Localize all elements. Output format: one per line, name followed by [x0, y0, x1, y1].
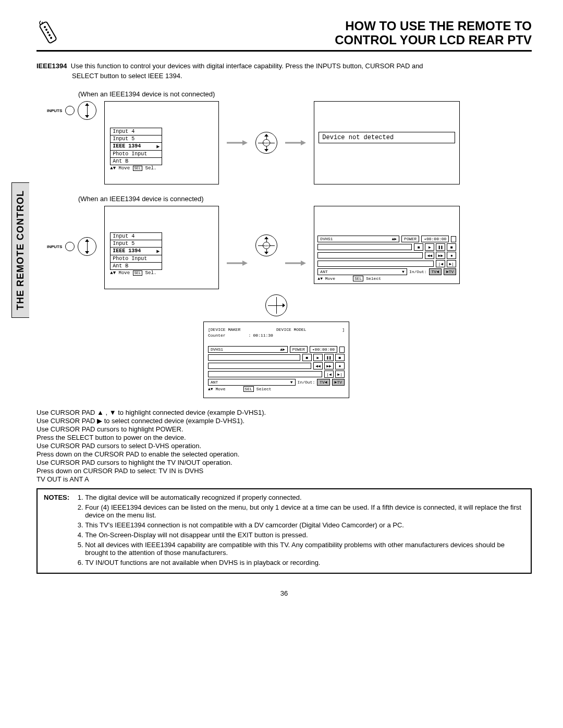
instruction-line: Press the SELECT button to power on the …	[36, 434, 532, 441]
caption-not-connected: (When an IEEE1394 device is not connecte…	[78, 90, 532, 98]
tv-in-icon: TV◄	[317, 379, 329, 386]
osd-item: Input 5	[110, 240, 162, 248]
power-field: POWER	[290, 346, 308, 353]
transport-icons: ◀◀▶▶●	[313, 362, 345, 369]
intro-text: IEEE1394 Use this function to control yo…	[36, 62, 532, 80]
note-item: TV IN/OUT functions are not available wh…	[85, 559, 524, 566]
not-detected-msg: Device not detected	[319, 132, 455, 143]
osd-item: Photo Input	[110, 255, 162, 263]
power-field: POWER	[401, 236, 419, 242]
flow-arrow-icon	[285, 260, 306, 267]
diagram-not-connected: INPUTS Input 4 Input 5 IEEE 1394▶ Photo …	[47, 101, 532, 184]
ant-field: ANT▼	[317, 268, 407, 275]
instructions: Use CURSOR PAD ▲ , ▼ to highlight connec…	[36, 409, 532, 483]
note-item: Four (4) IEEE1394 devices can be listed …	[85, 503, 524, 519]
osd-item: Input 4	[110, 232, 162, 240]
inputs-button-icon	[65, 242, 75, 251]
flow-arrow-icon	[227, 139, 248, 146]
osd-menu: Input 4 Input 5 IEEE 1394▶ Photo Input A…	[104, 206, 219, 289]
transport-icons: ◀◀▶▶●	[425, 252, 456, 259]
instruction-line: Use CURSOR PAD cursors to highlight POWE…	[36, 425, 532, 433]
page-header: HOW TO USE THE REMOTE TO CONTROL YOUR LC…	[36, 16, 532, 47]
blank-field	[339, 347, 345, 353]
page-title: HOW TO USE THE REMOTE TO CONTROL YOUR LC…	[335, 19, 532, 47]
cursor-pad-right-icon	[265, 294, 287, 316]
osd-footer: ▲▼ Move SEL Sel.	[110, 166, 213, 171]
diagram-connected: INPUTS Input 4 Input 5 IEEE 1394▶ Photo …	[47, 206, 532, 289]
instruction-line: Press down on the CURSOR PAD to enable t…	[36, 450, 532, 458]
blank-field	[451, 236, 456, 242]
cursor-pad-icon	[78, 101, 96, 120]
select-pad-icon: SELECT	[255, 132, 277, 154]
tv-out-icon: ►TV	[332, 379, 345, 386]
notes-label: NOTES:	[44, 493, 69, 569]
inputs-label: INPUTS	[47, 244, 62, 249]
osd-result: Device not detected	[314, 101, 460, 184]
select-pad-icon: SELECT	[255, 235, 277, 256]
osd-item: Ant B	[110, 262, 162, 270]
control-panel-osd: DVHS1▲▶ POWER •00:00:00 ■▶❚❚■ ◀◀▶▶● |◀▶|	[314, 206, 460, 284]
transport-icons: |◀▶|	[436, 260, 456, 267]
ant-field: ANT▼	[208, 379, 296, 386]
osd-item: Input 4	[110, 128, 162, 135]
counter-field: •00:00:00	[421, 236, 449, 242]
inputs-button-icon	[65, 106, 75, 115]
notes-list: The digital device will be automatically…	[77, 493, 524, 569]
flow-arrow-icon	[285, 139, 306, 146]
osd-item: Input 5	[110, 135, 162, 143]
device-detail-osd: [DEVICE MAKER DEVICE MODEL ] Counter : 0…	[203, 322, 349, 398]
note-item: This TV's IEEE1394 connection is not com…	[85, 521, 524, 529]
cursor-pad-icon	[78, 237, 96, 256]
inputs-label: INPUTS	[47, 108, 62, 113]
tv-out-icon: ►TV	[444, 268, 456, 275]
osd-footer: ▲▼ Move SEL Sel.	[110, 270, 213, 276]
caption-connected: (When an IEEE1394 device is connected)	[78, 195, 532, 203]
osd-item: Ant B	[110, 157, 162, 165]
page-number: 36	[36, 589, 532, 597]
note-item: The On-Screen-Display will not disappear…	[85, 531, 524, 539]
osd-item: Photo Input	[110, 150, 162, 158]
device-field: DVHS1▲▶	[317, 236, 399, 242]
notes-box: NOTES: The digital device will be automa…	[36, 488, 532, 574]
osd-item-selected: IEEE 1394▶	[110, 142, 162, 151]
svg-marker-9	[301, 140, 306, 145]
note-item: Not all devices with IEEE1394 capability…	[85, 541, 524, 557]
tv-in-icon: TV◄	[429, 268, 442, 275]
remote-icon	[36, 16, 68, 47]
instruction-line: Use CURSOR PAD cursors to highlight the …	[36, 459, 532, 466]
sidebar-tab: THE REMOTE CONTROL	[11, 182, 29, 318]
transport-icons: ■▶❚❚■	[302, 354, 345, 361]
instruction-line: Press down on CURSOR PAD to select: TV I…	[36, 467, 532, 475]
device-field: DVHS1▲▶	[208, 346, 288, 353]
counter-field: •00:00:00	[310, 346, 337, 353]
transport-icons: |◀▶|	[324, 371, 345, 378]
svg-marker-13	[301, 261, 306, 266]
note-item: The digital device will be automatically…	[85, 493, 524, 501]
osd-item-selected: IEEE 1394▶	[110, 247, 162, 255]
flow-arrow-icon	[227, 260, 248, 267]
instruction-line: Use CURSOR PAD ▶ to select connected dev…	[36, 417, 532, 425]
osd-menu: Input 4 Input 5 IEEE 1394▶ Photo Input A…	[104, 101, 219, 184]
svg-marker-11	[242, 261, 248, 266]
title-rule	[36, 50, 532, 52]
instruction-line: Use CURSOR PAD ▲ , ▼ to highlight connec…	[36, 409, 532, 416]
instruction-line: Use CURSOR PAD cursors to select D-VHS o…	[36, 442, 532, 450]
svg-marker-7	[242, 140, 248, 145]
transport-icons: ■▶❚❚■	[414, 243, 456, 251]
instruction-line: TV OUT is ANT A	[36, 475, 532, 483]
